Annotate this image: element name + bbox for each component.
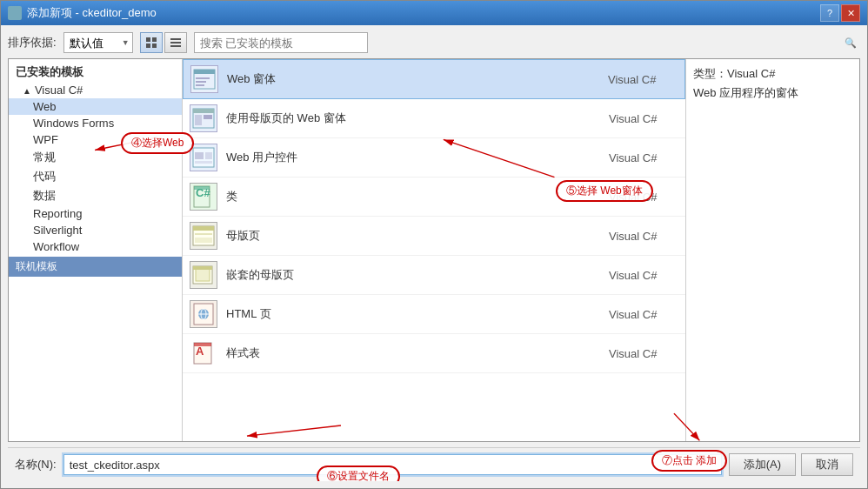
template-item-master-web[interactable]: 使用母版页的 Web 窗体 Visual C# bbox=[183, 99, 685, 138]
svg-rect-4 bbox=[170, 38, 181, 40]
svg-rect-11 bbox=[196, 84, 204, 86]
template-cat-html-page: Visual C# bbox=[609, 308, 678, 321]
installed-templates-header: 已安装的模板 bbox=[9, 63, 182, 82]
svg-rect-29 bbox=[193, 266, 212, 270]
sort-label: 排序依据: bbox=[8, 35, 57, 50]
template-name-nested-master: 嵌套的母版页 bbox=[226, 267, 600, 283]
bottom-bar: 名称(N): 添加(A) 取消 bbox=[8, 447, 860, 481]
tree-code[interactable]: 代码 bbox=[9, 167, 182, 186]
close-button[interactable]: ✕ bbox=[841, 4, 860, 22]
panels-wrapper: 已安装的模板 ▲Visual C# Web Windows Forms WPF … bbox=[8, 58, 860, 481]
svg-rect-14 bbox=[195, 115, 202, 125]
svg-rect-2 bbox=[146, 44, 150, 48]
template-item-web-form[interactable]: Web 窗体 Visual C# bbox=[183, 59, 685, 99]
template-name-master-web: 使用母版页的 Web 窗体 bbox=[226, 111, 600, 126]
svg-rect-25 bbox=[195, 233, 212, 235]
template-name-master-page: 母版页 bbox=[226, 228, 600, 244]
title-bar: 添加新项 - ckeditor_demo ? ✕ bbox=[1, 1, 867, 25]
template-list: Web 窗体 Visual C# bbox=[183, 59, 685, 441]
tree-web[interactable]: Web bbox=[9, 98, 182, 115]
svg-rect-17 bbox=[195, 152, 204, 159]
template-name-stylesheet: 样式表 bbox=[226, 345, 600, 361]
svg-rect-10 bbox=[196, 81, 206, 83]
dialog-window: 添加新项 - ckeditor_demo ? ✕ 排序依据: 默认值 bbox=[0, 0, 868, 489]
svg-rect-24 bbox=[193, 226, 214, 231]
tree-reporting[interactable]: Reporting bbox=[9, 205, 182, 222]
expand-icon: ▲ bbox=[23, 86, 31, 96]
tree-visual-cs[interactable]: ▲Visual C# bbox=[9, 82, 182, 98]
svg-rect-1 bbox=[152, 37, 157, 42]
grid-view-button[interactable] bbox=[140, 32, 163, 53]
template-item-nested-master[interactable]: 嵌套的母版页 Visual C# bbox=[183, 256, 685, 295]
sort-select[interactable]: 默认值 bbox=[63, 32, 133, 53]
template-icon-master-web bbox=[190, 104, 217, 132]
template-icon-stylesheet: A bbox=[190, 339, 217, 367]
template-name-class: 类 bbox=[226, 189, 600, 204]
tree-normal[interactable]: 常规 bbox=[9, 148, 182, 167]
svg-text:A: A bbox=[196, 345, 204, 358]
template-item-user-control[interactable]: Web 用户控件 Visual C# bbox=[183, 138, 685, 178]
template-item-master-page[interactable]: 母版页 Visual C# bbox=[183, 217, 685, 256]
template-cat-user-control: Visual C# bbox=[609, 151, 678, 164]
left-panel: 已安装的模板 ▲Visual C# Web Windows Forms WPF … bbox=[9, 59, 183, 441]
app-icon bbox=[8, 6, 22, 20]
sort-select-wrapper: 默认值 bbox=[63, 32, 133, 53]
list-view-button[interactable] bbox=[164, 32, 187, 53]
svg-rect-3 bbox=[152, 44, 157, 48]
svg-rect-8 bbox=[194, 70, 215, 74]
svg-rect-9 bbox=[196, 77, 210, 79]
template-cat-nested-master: Visual C# bbox=[609, 269, 678, 282]
template-icon-user-control bbox=[190, 144, 217, 171]
top-bar: 排序依据: 默认值 bbox=[8, 32, 860, 53]
svg-rect-28 bbox=[196, 269, 210, 281]
tree-workflow[interactable]: Workflow bbox=[9, 238, 182, 255]
tree-windows-forms[interactable]: Windows Forms bbox=[9, 115, 182, 131]
template-cat-stylesheet: Visual C# bbox=[609, 347, 678, 360]
template-cat-master-page: Visual C# bbox=[609, 230, 678, 243]
online-templates-header: 联机模板 bbox=[9, 257, 182, 277]
tree-wpf[interactable]: WPF bbox=[9, 131, 182, 148]
info-type: 类型：Visual C# bbox=[693, 66, 852, 82]
cancel-button[interactable]: 取消 bbox=[801, 453, 853, 476]
dialog-content: 排序依据: 默认值 bbox=[1, 25, 867, 488]
name-label: 名称(N): bbox=[15, 457, 57, 472]
search-input[interactable] bbox=[194, 32, 368, 53]
title-bar-left: 添加新项 - ckeditor_demo bbox=[8, 5, 157, 21]
svg-rect-19 bbox=[195, 161, 212, 164]
svg-rect-13 bbox=[193, 109, 214, 113]
template-cat-master-web: Visual C# bbox=[609, 112, 678, 125]
template-item-class[interactable]: C# 类 Visual C# bbox=[183, 178, 685, 217]
add-button[interactable]: 添加(A) bbox=[729, 453, 796, 476]
help-button[interactable]: ? bbox=[820, 4, 839, 22]
info-desc: Web 应用程序的窗体 bbox=[693, 85, 852, 101]
template-name-web-form: Web 窗体 bbox=[227, 71, 599, 87]
action-buttons: 添加(A) 取消 bbox=[729, 453, 853, 476]
svg-rect-22 bbox=[194, 186, 210, 190]
filename-input[interactable] bbox=[63, 454, 722, 475]
template-icon-web-form bbox=[190, 65, 218, 93]
right-panel: 类型：Visual C# Web 应用程序的窗体 bbox=[685, 59, 859, 441]
svg-rect-6 bbox=[170, 45, 181, 47]
template-icon-master-page bbox=[190, 222, 217, 250]
template-icon-nested-master bbox=[190, 261, 217, 289]
template-icon-html-page bbox=[190, 300, 217, 328]
view-buttons bbox=[140, 32, 187, 53]
title-bar-controls: ? ✕ bbox=[820, 4, 860, 22]
template-cat-class: Visual C# bbox=[609, 191, 678, 204]
main-area: 已安装的模板 ▲Visual C# Web Windows Forms WPF … bbox=[8, 58, 860, 442]
template-item-stylesheet[interactable]: A 样式表 Visual C# bbox=[183, 334, 685, 373]
tree-silverlight[interactable]: Silverlight bbox=[9, 222, 182, 238]
template-cat-web-form: Visual C# bbox=[608, 73, 678, 86]
template-item-html-page[interactable]: HTML 页 Visual C# bbox=[183, 295, 685, 334]
svg-rect-0 bbox=[146, 37, 150, 42]
template-name-user-control: Web 用户控件 bbox=[226, 150, 600, 165]
tree-data[interactable]: 数据 bbox=[9, 186, 182, 205]
svg-rect-36 bbox=[194, 343, 211, 346]
svg-rect-18 bbox=[205, 152, 212, 159]
window-title: 添加新项 - ckeditor_demo bbox=[27, 5, 157, 21]
center-panel: Web 窗体 Visual C# bbox=[183, 59, 685, 441]
template-icon-class: C# bbox=[190, 183, 217, 211]
template-name-html-page: HTML 页 bbox=[226, 306, 600, 322]
svg-rect-26 bbox=[195, 238, 212, 243]
search-wrapper bbox=[194, 32, 860, 53]
